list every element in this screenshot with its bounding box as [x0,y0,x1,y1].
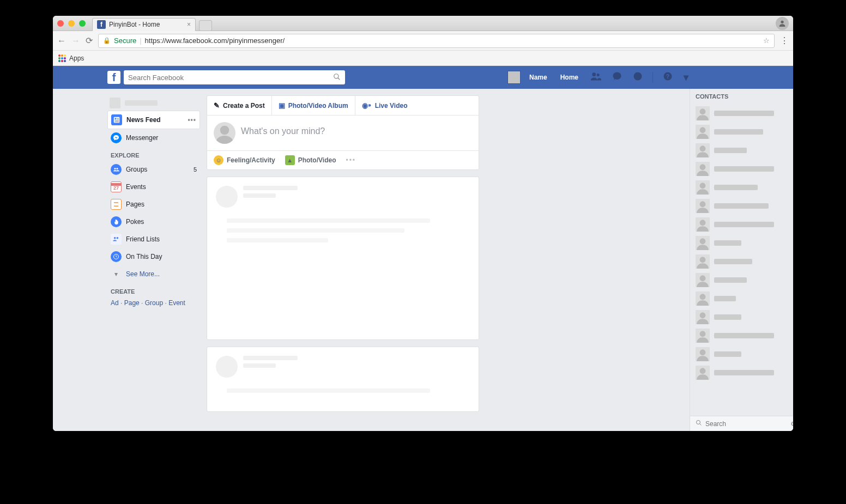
window-minimize-button[interactable] [68,20,75,27]
reload-button[interactable]: ⟳ [86,35,93,46]
sidebar-pokes[interactable]: Pokes [107,213,200,230]
sidebar-news-feed[interactable]: News Feed ••• [107,111,200,129]
friend-requests-icon[interactable] [587,71,605,84]
address-bar[interactable]: 🔒 Secure | https://www.facebook.com/piny… [98,34,775,48]
nav-label: On This Day [126,253,162,260]
composer-avatar [214,122,235,144]
sidebar-friend-lists[interactable]: Friend Lists [107,230,200,248]
explore-heading: EXPLORE [107,147,200,161]
create-ad-link[interactable]: Ad [111,299,119,307]
new-tab-button[interactable] [199,20,212,31]
messages-icon[interactable] [609,71,625,84]
avatar-icon [696,236,710,250]
sidebar-pages[interactable]: Pages [107,196,200,213]
browser-tab[interactable]: f PinyinBot - Home × [92,18,196,31]
home-link[interactable]: Home [556,74,583,81]
events-icon: 27 [111,181,122,192]
svg-rect-11 [117,119,119,120]
chevron-down-icon: ▾ [111,269,122,280]
contact-name-placeholder [714,185,758,190]
forward-button[interactable]: → [71,36,80,46]
contacts-search-input[interactable] [705,420,787,428]
bookmarks-bar: Apps [53,51,793,66]
sidebar-messenger[interactable]: Messenger [107,129,200,147]
photo-video-button[interactable]: ▲ Photo/Video [285,155,336,165]
window-maximize-button[interactable] [79,20,86,27]
feeling-button[interactable]: ☺ Feeling/Activity [214,155,275,165]
contact-item[interactable] [690,308,793,326]
nav-label: See More... [126,270,160,278]
facebook-logo[interactable]: f [107,71,120,84]
avatar-icon [696,125,710,139]
contact-item[interactable] [690,178,793,197]
svg-point-33 [700,349,706,355]
nav-label: Messenger [126,134,158,142]
create-post-tab[interactable]: ✎ Create a Post [207,96,272,115]
left-sidebar: News Feed ••• Messenger EXPLORE Groups 5 [107,95,200,431]
sidebar-events[interactable]: 27 Events [107,178,200,196]
pages-icon [111,199,122,210]
settings-dropdown-icon[interactable]: ▾ [680,71,692,83]
contact-item[interactable] [690,141,793,160]
gear-icon[interactable]: ⚙ [790,420,793,428]
bookmark-star-icon[interactable]: ☆ [763,37,770,45]
contact-item[interactable] [690,252,793,271]
contact-name-placeholder [714,129,763,135]
svg-point-14 [114,168,116,169]
create-heading: CREATE [107,283,200,297]
avatar-icon [696,273,710,287]
apps-icon[interactable] [58,54,66,62]
notifications-icon[interactable] [630,71,646,84]
browser-profile-button[interactable] [776,17,789,30]
sidebar-profile[interactable] [107,95,200,111]
nav-label: Friend Lists [126,235,160,243]
profile-link[interactable]: Name [525,74,552,81]
create-event-link[interactable]: Event [168,299,185,307]
tab-close-button[interactable]: × [187,21,191,28]
search-icon[interactable] [333,73,341,82]
contact-item[interactable] [690,123,793,141]
create-page-link[interactable]: Page [124,299,140,307]
contact-item[interactable] [690,363,793,382]
contact-item[interactable] [690,104,793,123]
live-video-tab[interactable]: ◉⁍ Live Video [355,96,414,115]
create-group-link[interactable]: Group [145,299,163,307]
svg-rect-12 [115,120,119,121]
contact-name-placeholder [714,240,741,246]
contact-name-placeholder [714,148,747,153]
contact-item[interactable] [690,345,793,363]
apps-label[interactable]: Apps [69,54,84,62]
avatar-icon [696,180,710,195]
svg-point-1 [334,74,339,78]
photo-album-tab[interactable]: ▣ Photo/Video Album [272,96,355,115]
sidebar-see-more[interactable]: ▾ See More... [107,265,200,283]
feed-post-skeleton [207,347,479,412]
sidebar-groups[interactable]: Groups 5 [107,161,200,178]
more-icon[interactable]: ••• [188,116,196,124]
contact-item[interactable] [690,215,793,234]
contact-name-placeholder [714,203,769,209]
composer-placeholder[interactable]: What's on your mind? [241,122,325,136]
svg-rect-10 [117,118,119,119]
help-icon[interactable]: ? [660,71,676,84]
contact-item[interactable] [690,234,793,252]
search-box[interactable] [124,70,345,84]
svg-point-27 [700,238,706,244]
contact-item[interactable] [690,160,793,178]
contact-item[interactable] [690,197,793,215]
composer-more-button[interactable]: ••• [346,156,356,164]
back-button[interactable]: ← [57,36,66,46]
contact-item[interactable] [690,271,793,289]
contact-name-placeholder [714,351,741,357]
window-close-button[interactable] [57,20,64,27]
svg-point-19 [220,126,229,135]
avatar-icon [696,143,710,157]
contact-name-placeholder [714,314,741,320]
search-input[interactable] [128,74,333,82]
contact-item[interactable] [690,289,793,308]
header-avatar[interactable] [507,71,521,84]
contact-item[interactable] [690,326,793,345]
sidebar-on-this-day[interactable]: On This Day [107,248,200,265]
browser-menu-button[interactable]: ⋮ [780,35,789,46]
avatar-icon [696,329,710,343]
